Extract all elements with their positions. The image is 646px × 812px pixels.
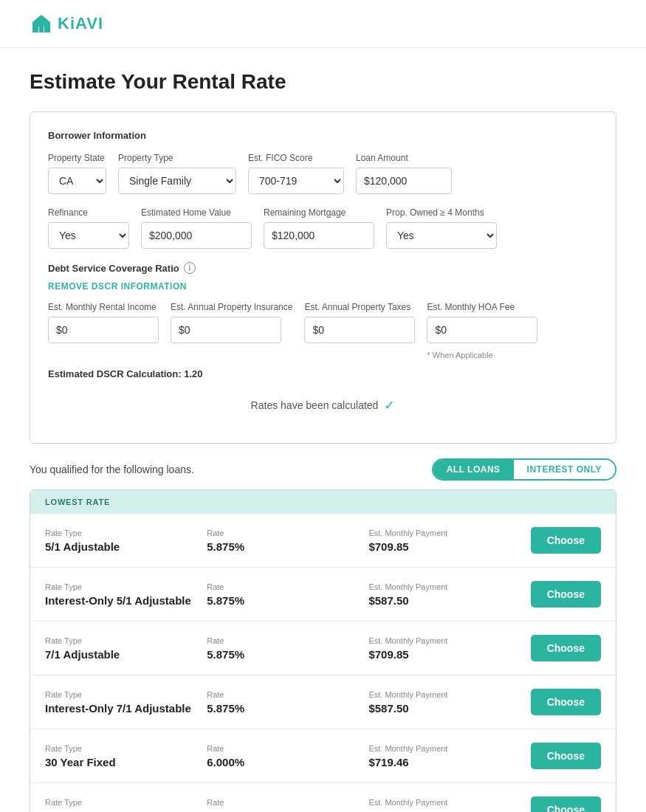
loan-amount-input[interactable] [356,168,452,194]
rate-type-value-4: 30 Year Fixed [45,756,207,768]
choose-button-3[interactable]: Choose [531,689,601,715]
loan-col-payment: Est. Monthly Payment $587.50 [368,690,530,715]
qualified-text: You qualified for the following loans. [30,464,194,475]
payment-label: Est. Monthly Payment [368,744,530,753]
loan-row: Rate Type Interest-Only 5/1 Adjustable R… [30,568,616,622]
loan-col-rate-type: Rate Type Interest-Only 30 Year Fixed [45,798,207,813]
payment-value-0: $709.85 [368,540,530,553]
annual-taxes-group: Est. Annual Property Taxes [304,302,415,359]
loan-col-rate-type: Rate Type 7/1 Adjustable [45,636,207,661]
home-value-label: Estimated Home Value [141,207,252,218]
payment-value-3: $587.50 [368,702,530,715]
loan-col-payment: Est. Monthly Payment $709.85 [368,529,530,553]
form-row-2: Refinance Yes No Estimated Home Value Re… [48,207,598,249]
payment-label: Est. Monthly Payment [368,636,530,645]
monthly-hoa-input[interactable] [427,317,537,343]
loan-row: Rate Type 7/1 Adjustable Rate 5.875% Est… [30,622,616,675]
qualified-row: You qualified for the following loans. A… [30,458,616,481]
annual-taxes-input[interactable] [304,317,415,343]
rate-type-value-5: Interest-Only 30 Year Fixed [45,810,207,813]
payment-label: Est. Monthly Payment [368,582,530,591]
rate-label: Rate [207,690,368,699]
form-row-1: Property State CA TX FL NY WA Property T… [48,153,598,194]
dscr-title: Debt Service Coverage Ratio i [48,262,598,274]
page-title: Estimate Your Rental Rate [30,70,616,94]
annual-insurance-label: Est. Annual Property Insurance [171,302,292,312]
loan-row: Rate Type Interest-Only 7/1 Adjustable R… [30,675,616,729]
dscr-info-icon[interactable]: i [184,262,196,274]
loan-col-rate-type: Rate Type Interest-Only 7/1 Adjustable [45,690,207,715]
loan-col-payment: Est. Monthly Payment $709.85 [368,636,530,661]
loan-col-rate: Rate 5.875% [207,690,368,715]
rate-value-5: 6.000% [207,810,368,813]
loan-amount-label: Loan Amount [356,153,452,163]
loan-col-rate: Rate 5.875% [207,529,368,553]
rate-type-value-3: Interest-Only 7/1 Adjustable [45,702,207,715]
choose-button-5[interactable]: Choose [531,796,601,812]
remaining-mortgage-input[interactable] [264,222,374,249]
borrower-section-title: Borrower Information [48,130,598,141]
svg-rect-0 [39,27,44,32]
refinance-label: Refinance [48,207,129,218]
annual-insurance-input[interactable] [171,317,281,343]
choose-button-1[interactable]: Choose [531,581,601,608]
loan-col-payment: Est. Monthly Payment $600.00 [368,798,530,813]
rate-label: Rate [207,798,368,807]
choose-button-4[interactable]: Choose [531,743,601,769]
payment-label: Est. Monthly Payment [368,690,530,699]
loan-col-rate: Rate 6.000% [207,744,368,768]
loan-col-rate-type: Rate Type Interest-Only 5/1 Adjustable [45,582,207,607]
property-state-select[interactable]: CA TX FL NY WA [48,168,106,194]
loan-col-payment: Est. Monthly Payment $719.46 [368,744,530,768]
loan-row: Rate Type 5/1 Adjustable Rate 5.875% Est… [30,514,616,568]
rate-label: Rate [207,529,368,537]
property-state-label: Property State [48,153,106,163]
check-icon: ✓ [384,397,395,413]
loan-col-rate: Rate 5.875% [207,582,368,607]
prop-owned-select[interactable]: Yes No [386,222,497,249]
rate-type-value-1: Interest-Only 5/1 Adjustable [45,594,207,607]
rate-type-label: Rate Type [45,636,207,645]
refinance-group: Refinance Yes No [48,207,129,249]
annual-insurance-group: Est. Annual Property Insurance [171,302,292,359]
choose-button-2[interactable]: Choose [531,635,601,661]
monthly-hoa-group: Est. Monthly HOA Fee * When Applicable [427,302,537,359]
loan-col-rate: Rate 5.875% [207,636,368,661]
payment-value-4: $719.46 [368,756,530,768]
toggle-all-loans[interactable]: ALL LOANS [433,460,514,479]
remaining-mortgage-group: Remaining Mortgage [264,207,374,249]
toggle-interest-only[interactable]: INTEREST ONLY [514,460,615,479]
loan-row: Rate Type Interest-Only 30 Year Fixed Ra… [30,783,616,812]
rate-label: Rate [207,582,368,591]
loan-col-rate: Rate 6.000% [207,798,368,813]
main-content: Estimate Your Rental Rate Borrower Infor… [0,48,646,812]
payment-value-5: $600.00 [368,810,530,813]
payment-value-1: $587.50 [368,594,530,607]
rate-label: Rate [207,636,368,645]
monthly-rental-income-label: Est. Monthly Rental Income [48,302,159,312]
remaining-mortgage-label: Remaining Mortgage [264,207,374,218]
rate-type-label: Rate Type [45,798,207,807]
rate-type-label: Rate Type [45,582,207,591]
property-type-label: Property Type [118,153,236,163]
estimated-dscr: Estimated DSCR Calculation: 1.20 [48,368,598,379]
fico-score-select[interactable]: 700-719 720-739 740-759 760+ [248,168,344,194]
rate-value-3: 5.875% [207,702,368,715]
property-type-select[interactable]: Single Family Condo Multi-Family [118,168,236,194]
home-value-input[interactable] [141,222,252,249]
fico-score-label: Est. FICO Score [248,153,344,163]
logo: KiAVI [30,12,103,35]
top-bar: KiAVI [0,0,646,48]
remove-dscr-link[interactable]: REMOVE DSCR INFORMATION [48,281,187,292]
refinance-select[interactable]: Yes No [48,222,129,249]
loan-row: Rate Type 30 Year Fixed Rate 6.000% Est.… [30,729,616,783]
loan-col-rate-type: Rate Type 5/1 Adjustable [45,529,207,553]
rate-type-label: Rate Type [45,744,207,753]
property-state-group: Property State CA TX FL NY WA [48,153,106,194]
rate-type-value-0: 5/1 Adjustable [45,540,207,553]
monthly-hoa-label: Est. Monthly HOA Fee [427,302,537,312]
monthly-rental-income-input[interactable] [48,317,159,343]
hoa-note: * When Applicable [427,351,537,359]
borrower-info-card: Borrower Information Property State CA T… [30,111,616,444]
choose-button-0[interactable]: Choose [531,527,601,554]
